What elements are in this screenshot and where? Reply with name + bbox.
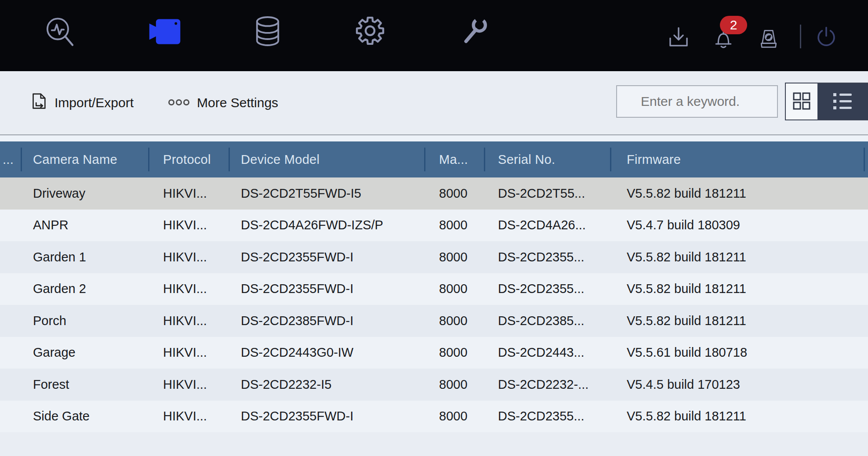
column-header-firmware: Firmware <box>610 141 864 177</box>
list-view-icon <box>832 92 853 112</box>
cell-spacer <box>864 177 868 210</box>
more-settings-button[interactable]: More Settings <box>168 71 278 134</box>
cell-firmware: V5.5.82 build 181211 <box>610 401 864 433</box>
grid-view-button[interactable] <box>786 83 817 119</box>
cell-firmware: V5.5.82 build 181211 <box>610 241 864 273</box>
cell-firmware: V5.5.61 build 180718 <box>610 337 864 369</box>
cell-firmware: V5.5.82 build 181211 <box>610 305 864 337</box>
cell-device_model: DS-2CD2385FWD-I <box>229 305 424 337</box>
power-button[interactable] <box>814 25 839 49</box>
download-button[interactable] <box>666 25 691 50</box>
column-header-device_model: Device Model <box>229 141 424 177</box>
cell-device_model: DS-2CD4A26FWD-IZS/P <box>229 210 424 242</box>
wrench-icon <box>456 43 491 50</box>
download-icon <box>666 45 691 51</box>
cell-device_model: DS-2CD2T55FWD-I5 <box>229 177 424 210</box>
column-header-ma: Ma... <box>424 141 484 177</box>
cell-camera_name: Side Gate <box>21 401 148 433</box>
cell-camera_name: Garden 1 <box>21 241 148 273</box>
column-header-protocol: Protocol <box>148 141 229 177</box>
topbar-divider <box>800 25 801 48</box>
cell-device_model: DS-2CD2355FWD-I <box>229 241 424 273</box>
system-config-nav-button[interactable] <box>352 13 388 48</box>
database-icon <box>251 43 285 50</box>
cell-spacer <box>0 305 21 337</box>
table-row[interactable]: GarageHIKVI...DS-2CD2443G0-IW8000DS-2CD2… <box>0 337 868 369</box>
grid-view-icon <box>792 92 811 112</box>
table-row[interactable]: ANPRHIKVI...DS-2CD4A26FWD-IZS/P8000DS-2C… <box>0 210 868 242</box>
toolbar-table-gap <box>0 135 868 141</box>
cell-ma: 8000 <box>424 401 484 433</box>
live-view-nav-button[interactable] <box>43 15 76 48</box>
live-view-icon <box>43 43 76 50</box>
topbar: 2 <box>0 0 868 71</box>
power-icon <box>814 44 839 51</box>
cell-camera_name: Forest <box>21 369 148 401</box>
alarm-device-button[interactable] <box>757 27 781 51</box>
table-row[interactable]: PorchHIKVI...DS-2CD2385FWD-I8000DS-2CD23… <box>0 305 868 337</box>
import-export-icon <box>28 92 48 114</box>
cell-firmware: V5.4.5 build 170123 <box>610 369 864 401</box>
cell-serial_no: DS-2CD2443... <box>484 337 610 369</box>
table-row[interactable]: Garden 2HIKVI...DS-2CD2355FWD-I8000DS-2C… <box>0 273 868 305</box>
cell-spacer <box>0 273 21 305</box>
column-header-leading: ... <box>0 141 21 177</box>
cell-firmware: V5.5.82 build 181211 <box>610 273 864 305</box>
cell-spacer <box>0 401 21 433</box>
cell-protocol: HIKVI... <box>148 273 229 305</box>
cell-spacer <box>0 210 21 242</box>
list-view-button[interactable] <box>817 83 868 119</box>
cell-camera_name: Garden 2 <box>21 273 148 305</box>
search-input[interactable] <box>616 85 778 118</box>
table-row[interactable]: ForestHIKVI...DS-2CD2232-I58000DS-2CD223… <box>0 369 868 401</box>
cell-serial_no: DS-2CD2232-... <box>484 369 610 401</box>
cell-spacer <box>0 241 21 273</box>
cell-ma: 8000 <box>424 273 484 305</box>
cell-spacer <box>0 337 21 369</box>
cell-spacer <box>864 210 868 242</box>
cell-firmware: V5.5.82 build 181211 <box>610 177 864 210</box>
cell-firmware: V5.4.7 build 180309 <box>610 210 864 242</box>
nvr-screen: 2 <box>0 0 868 456</box>
cell-serial_no: DS-2CD4A26... <box>484 210 610 242</box>
cell-protocol: HIKVI... <box>148 305 229 337</box>
cell-device_model: DS-2CD2443G0-IW <box>229 337 424 369</box>
column-header-trailing <box>864 141 868 177</box>
more-settings-icon <box>168 98 191 108</box>
camera-icon <box>146 45 184 51</box>
table-row[interactable]: Side GateHIKVI...DS-2CD2355FWD-I8000DS-2… <box>0 401 868 433</box>
column-header-camera_name: Camera Name <box>21 141 148 177</box>
cell-ma: 8000 <box>424 337 484 369</box>
cell-ma: 8000 <box>424 177 484 210</box>
cell-spacer <box>864 401 868 433</box>
bell-icon <box>711 47 736 53</box>
maintenance-nav-button[interactable] <box>456 13 491 48</box>
cell-serial_no: DS-2CD2355... <box>484 273 610 305</box>
column-header-serial_no: Serial No. <box>484 141 610 177</box>
cell-protocol: HIKVI... <box>148 401 229 433</box>
cell-protocol: HIKVI... <box>148 241 229 273</box>
cell-spacer <box>0 177 21 210</box>
cell-spacer <box>864 241 868 273</box>
cell-serial_no: DS-2CD2355... <box>484 241 610 273</box>
cell-spacer <box>864 337 868 369</box>
cell-device_model: DS-2CD2355FWD-I <box>229 401 424 433</box>
table-row[interactable]: DrivewayHIKVI...DS-2CD2T55FWD-I58000DS-2… <box>0 177 868 210</box>
cell-serial_no: DS-2CD2T55... <box>484 177 610 210</box>
view-toggle <box>785 83 868 120</box>
table-body: DrivewayHIKVI...DS-2CD2T55FWD-I58000DS-2… <box>0 177 868 432</box>
cell-protocol: HIKVI... <box>148 337 229 369</box>
table-header: ...Camera NameProtocolDevice ModelMa...S… <box>0 141 868 177</box>
more-settings-label: More Settings <box>197 95 278 110</box>
table-row[interactable]: Garden 1HIKVI...DS-2CD2355FWD-I8000DS-2C… <box>0 241 868 273</box>
cell-protocol: HIKVI... <box>148 369 229 401</box>
import-export-button[interactable]: Import/Export <box>28 71 134 134</box>
cell-camera_name: Garage <box>21 337 148 369</box>
cell-serial_no: DS-2CD2355... <box>484 401 610 433</box>
camera-management-nav-button[interactable] <box>146 13 184 50</box>
cell-spacer <box>864 369 868 401</box>
storage-nav-button[interactable] <box>251 14 285 48</box>
cell-device_model: DS-2CD2232-I5 <box>229 369 424 401</box>
cell-ma: 8000 <box>424 210 484 242</box>
cell-protocol: HIKVI... <box>148 210 229 242</box>
